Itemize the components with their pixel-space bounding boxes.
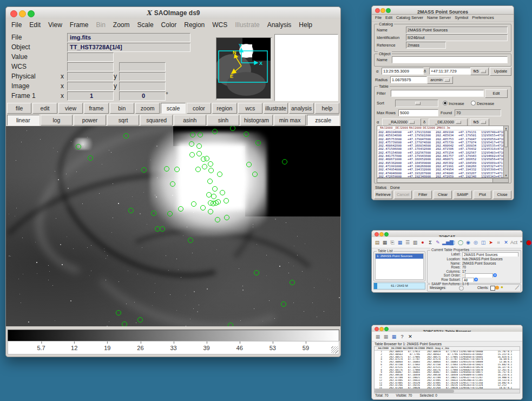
menu-item[interactable]: Help: [299, 21, 312, 29]
catalog-table[interactable]: _RAJ2000_DEJ2000RAJ2000DEJ20002MASSJm 20…: [377, 126, 509, 178]
toolbar-button[interactable]: zoom: [135, 103, 160, 114]
source-marker[interactable]: [189, 141, 194, 147]
action-button[interactable]: SAMP: [454, 190, 472, 199]
label-input[interactable]: 2MASS Point Sources: [462, 252, 518, 257]
source-marker[interactable]: [290, 280, 295, 285]
menu-item[interactable]: File: [375, 15, 382, 20]
save-table-icon[interactable]: ▦: [382, 239, 388, 246]
sort-decrease-radio[interactable]: Decrease: [471, 101, 494, 106]
action-button[interactable]: Filter: [413, 190, 432, 199]
alpha-column-menubutton[interactable]: _RAJ2000: [382, 119, 421, 126]
minimize-button[interactable]: [19, 10, 26, 17]
close-button[interactable]: [375, 232, 379, 236]
plane-plot-icon[interactable]: ◻: [450, 239, 456, 246]
filter-field[interactable]: [391, 90, 484, 97]
source-marker[interactable]: [220, 190, 225, 195]
source-marker[interactable]: [116, 310, 121, 315]
source-marker[interactable]: [208, 209, 213, 214]
duplicate-table-icon[interactable]: ⎘: [389, 239, 396, 246]
source-marker[interactable]: [212, 129, 218, 134]
statistics-icon[interactable]: Σ: [427, 239, 434, 246]
match-icon[interactable]: ⌗: [495, 239, 502, 246]
scale-button[interactable]: sqrt: [107, 115, 140, 126]
source-marker[interactable]: [207, 179, 213, 184]
zoom-button[interactable]: [384, 327, 389, 331]
minimize-button[interactable]: [380, 8, 385, 13]
menu-item[interactable]: Region: [184, 21, 205, 29]
histogram-plot-icon[interactable]: ▂▅▇: [442, 239, 449, 246]
toolbar-button[interactable]: file: [7, 103, 31, 114]
close-button[interactable]: [10, 10, 17, 17]
table-list[interactable]: 1: 2MASS Point Sources: [375, 253, 424, 280]
delta-column-menubutton[interactable]: _DEJ2000: [429, 119, 468, 126]
menu-item[interactable]: Catalog Server: [396, 15, 423, 20]
source-marker[interactable]: [189, 152, 195, 157]
source-marker[interactable]: [246, 162, 252, 167]
action-button[interactable]: Clear: [434, 190, 452, 199]
source-marker[interactable]: [137, 317, 143, 323]
minimize-button[interactable]: [379, 232, 384, 236]
scale-button[interactable]: log: [41, 115, 73, 126]
table-data-icon[interactable]: ▦: [397, 239, 403, 246]
action-button[interactable]: Cancel: [394, 190, 412, 199]
toolbar-button[interactable]: view: [58, 103, 83, 114]
source-marker[interactable]: [200, 205, 206, 211]
catalog-titlebar[interactable]: 2MASS Point Sources: [372, 6, 514, 15]
radius-field[interactable]: 1.0675575: [390, 76, 427, 83]
source-marker[interactable]: [191, 201, 196, 207]
scale-button[interactable]: sinh: [207, 115, 240, 126]
toolbar-button[interactable]: region: [212, 103, 237, 114]
subset-highlight-icon[interactable]: ▦: [391, 333, 397, 340]
sort-direction-icon[interactable]: ↑: [462, 273, 464, 277]
toolbar-button[interactable]: frame: [84, 103, 108, 114]
menu-item[interactable]: Scale: [137, 21, 154, 29]
source-marker[interactable]: [160, 226, 165, 232]
sort-increase-radio[interactable]: Increase: [443, 101, 464, 106]
update-button[interactable]: Update: [490, 67, 511, 76]
sky-plot-icon[interactable]: ◯: [457, 239, 464, 246]
source-marker[interactable]: [252, 172, 258, 177]
zoom-button[interactable]: [386, 8, 391, 13]
source-marker[interactable]: [281, 301, 286, 307]
time-plot-icon[interactable]: ◫: [480, 239, 487, 246]
identification-field[interactable]: II/246/out: [406, 34, 508, 41]
toolbar-button[interactable]: bin: [110, 103, 134, 114]
close-icon[interactable]: ✕: [407, 333, 413, 340]
action-button[interactable]: Close: [493, 190, 511, 199]
scale-button[interactable]: histogram: [240, 115, 273, 126]
source-marker[interactable]: [128, 208, 134, 213]
menu-item[interactable]: Analysis: [267, 21, 292, 29]
browser-table[interactable]: _RAJ2000_DEJ2000RAJ2000DEJ20002MASSJmage…: [374, 346, 520, 389]
menu-item[interactable]: Name Server: [427, 15, 451, 20]
source-marker[interactable]: [215, 199, 221, 205]
source-marker[interactable]: [123, 133, 129, 139]
edit-button[interactable]: Edit: [485, 89, 508, 98]
column-set-icon[interactable]: ▦: [375, 333, 381, 340]
source-marker[interactable]: [255, 140, 261, 146]
zoom-button[interactable]: [384, 232, 389, 236]
source-marker[interactable]: [151, 211, 156, 216]
sort-menubutton[interactable]: [395, 100, 438, 107]
action-button[interactable]: Plot: [474, 190, 492, 199]
menu-item[interactable]: Illustrate: [235, 21, 259, 29]
minimize-button[interactable]: [379, 327, 384, 331]
zoom-button[interactable]: [28, 10, 35, 17]
sort-order-combo-icon[interactable]: ▾: [493, 273, 497, 277]
source-marker[interactable]: [164, 166, 169, 172]
close-button[interactable]: [375, 327, 379, 331]
menu-item[interactable]: Edit: [29, 21, 41, 29]
source-marker[interactable]: [188, 238, 193, 243]
source-marker[interactable]: [224, 198, 229, 203]
source-marker[interactable]: [195, 167, 201, 172]
scale-button[interactable]: power: [74, 115, 106, 126]
broom-icon[interactable]: ╱: [515, 285, 520, 292]
menu-item[interactable]: View: [48, 21, 62, 29]
source-marker[interactable]: [228, 323, 233, 326]
sort-order-input[interactable]: [465, 273, 493, 278]
delta-field[interactable]: +47:11:37.729: [429, 68, 471, 75]
toolbar-button[interactable]: wcs: [238, 103, 262, 114]
colorbar[interactable]: [8, 330, 339, 341]
max-rows-field[interactable]: 5000: [398, 109, 438, 116]
ds9-titlebar[interactable]: XSAOImage ds9: [6, 7, 340, 19]
activation-icon[interactable]: ➤: [488, 239, 494, 246]
